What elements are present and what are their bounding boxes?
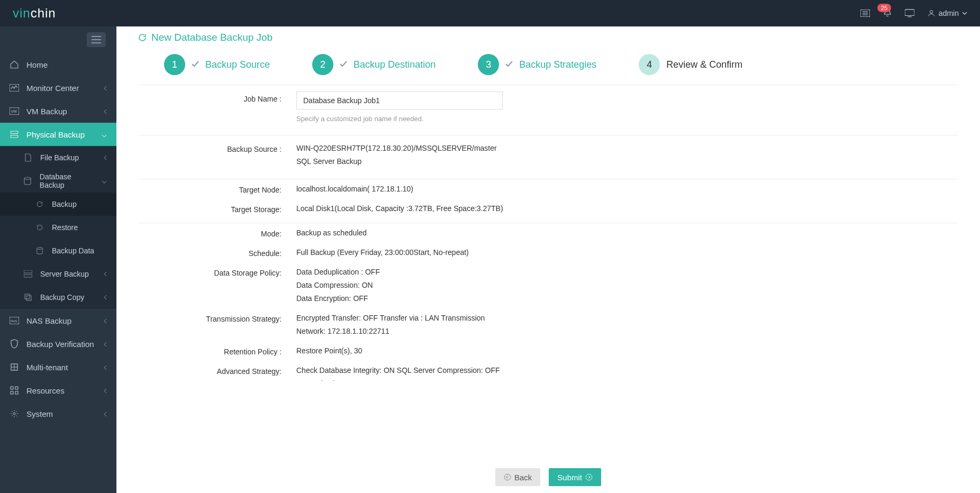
sidebar-label: Physical Backup [26,130,85,139]
chevron-left-icon [104,363,107,372]
screen-icon[interactable] [905,10,914,17]
sidebar-label: Database Backup [40,172,94,189]
sidebar-item-monitor[interactable]: Monitor Center [0,76,116,99]
gear-icon [10,409,19,418]
svg-point-30 [13,413,15,415]
svg-rect-20 [26,296,31,300]
chevron-left-icon [104,316,107,325]
sidebar-label: Restore [52,223,78,232]
svg-rect-28 [11,391,13,394]
sidebar-item-verify[interactable]: Backup Verification [0,332,116,355]
sidebar-item-home[interactable]: Home [0,53,116,76]
job-name-input[interactable] [296,92,503,109]
chevron-left-icon [104,153,107,162]
review-form: Job Name : Specify a customized job name… [138,85,959,381]
user-menu[interactable]: admin [927,9,967,17]
sidebar-item-serverbackup[interactable]: Server Backup [0,262,116,286]
chevron-left-icon [104,107,107,116]
page-title: New Database Backup Job [138,32,959,43]
step-label: Backup Destination [353,59,435,70]
sidebar-item-filebackup[interactable]: File Backup [0,146,116,169]
notifications[interactable]: 25 [883,8,892,19]
svg-point-31 [504,474,511,480]
sidebar-item-physical[interactable]: Physical Backup [0,123,116,146]
back-button[interactable]: Back [495,468,540,486]
chevron-left-icon [104,340,107,349]
svg-rect-29 [15,391,18,394]
sidebar-item-vmbackup[interactable]: VM VM Backup [0,99,116,123]
sidebar-toggle[interactable] [87,32,106,47]
log-icon[interactable] [860,10,870,17]
step-4[interactable]: 4 Review & Confirm [639,54,742,75]
svg-rect-17 [24,270,32,273]
home-icon [10,60,19,69]
step-1[interactable]: 1 Backup Source [164,54,270,75]
restore-icon [35,223,44,232]
step-3[interactable]: 3 Backup Strategies [478,54,596,75]
notification-badge: 25 [877,4,891,12]
sidebar-label: File Backup [40,153,79,162]
chevron-down-icon [102,177,107,185]
svg-point-16 [37,248,43,250]
sidebar-item-multitenant[interactable]: Multi-tenant [0,355,116,379]
value-schedule: Full Backup (Every Friday, 23:00:00Start… [296,246,938,259]
logo: vinchin [13,6,56,21]
chevron-down-icon [102,130,107,139]
value-retention: Restore Point(s), 30 [296,344,938,358]
step-label: Review & Confirm [666,59,742,70]
step-2[interactable]: 2 Backup Destination [312,54,435,75]
button-label: Submit [557,473,582,482]
value-source-2: SQL Server Backup [296,155,938,168]
sidebar-item-backupcopy[interactable]: Backup Copy [0,286,116,309]
server-icon [10,130,19,139]
value-policy-1: Data Deduplication : OFF [296,266,938,279]
sidebar-label: Resources [26,386,65,395]
database-icon [23,176,32,186]
grid-icon [10,386,19,395]
top-header: vinchin 25 admin [0,0,980,26]
chevron-left-icon [104,84,107,93]
server-rack-icon [23,269,33,279]
sidebar-label: VM Backup [26,107,67,116]
footer-actions: Back Submit [116,461,980,493]
check-icon [505,60,513,69]
label-advanced: Advanced Strategy: [138,364,296,381]
sidebar-item-dbbackup[interactable]: Database Backup [0,169,116,193]
sidebar-item-backupdata[interactable]: Backup Data [0,239,116,262]
sidebar-label: System [26,409,53,418]
value-targetstorage: Local Disk1(Local Disk, Capacity :3.72TB… [296,202,938,215]
step-number: 3 [478,54,499,75]
main-content: New Database Backup Job 1 Backup Source … [116,26,980,493]
label-jobname: Job Name : [138,92,296,124]
refresh-icon [138,33,147,42]
chevron-left-icon [104,409,107,418]
sidebar-item-resources[interactable]: Resources [0,379,116,402]
file-icon [23,153,33,162]
chevron-left-icon [104,270,107,278]
value-source-1: WIN-Q220ESRH7TP(172.18.30.20)/MSSQLSERVE… [296,142,938,155]
sidebar: Home Monitor Center VM VM Backup Physica… [0,26,116,493]
sidebar-item-system[interactable]: System [0,402,116,425]
user-name: admin [939,9,959,17]
svg-point-15 [24,177,31,179]
step-number: 2 [312,54,333,75]
svg-rect-18 [24,275,32,277]
svg-rect-7 [92,36,101,37]
label-source: Backup Source : [138,142,296,168]
step-number: 4 [639,54,660,75]
sidebar-item-nas[interactable]: NAS NAS Backup [0,309,116,332]
sidebar-item-restore[interactable]: Restore [0,216,116,239]
sidebar-item-backup[interactable]: Backup [0,193,116,216]
refresh-icon [35,199,44,209]
value-adv-2: Page Checksum: ON [296,377,938,381]
sidebar-label: Backup [52,200,77,208]
sidebar-label: NAS Backup [26,316,71,325]
submit-button[interactable]: Submit [549,468,601,486]
step-label: Backup Strategies [519,59,596,70]
svg-rect-9 [92,42,101,43]
sidebar-label: Backup Verification [26,340,94,349]
value-trans-2: Network: 172.18.1.10:22711 [296,325,938,338]
nas-icon: NAS [10,316,19,325]
sidebar-toggle-row [0,26,116,53]
chevron-left-icon [104,293,107,302]
